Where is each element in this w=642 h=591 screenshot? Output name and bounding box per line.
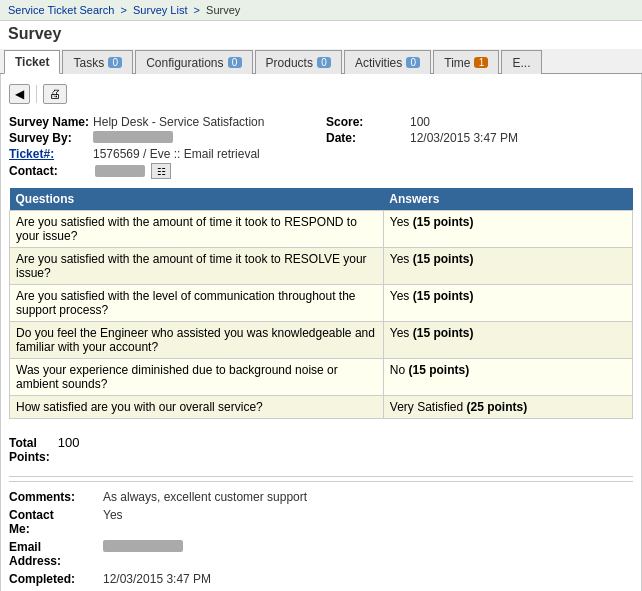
comments-section: Comments: As always, excellent customer …: [9, 481, 633, 591]
ticket-value: 1576569 / Eve :: Email retrieval: [93, 147, 260, 161]
survey-name-value: Help Desk - Service Satisfaction: [93, 115, 264, 129]
question-cell: Do you feel the Engineer who assisted yo…: [10, 322, 384, 359]
question-cell: Was your experience diminished due to ba…: [10, 359, 384, 396]
completed-value: 12/03/2015 3:47 PM: [103, 572, 211, 586]
answer-cell: Yes (15 points): [383, 285, 632, 322]
question-cell: Are you satisfied with the amount of tim…: [10, 248, 384, 285]
tab-tasks[interactable]: Tasks 0: [62, 50, 133, 74]
email-value: [103, 540, 183, 552]
breadcrumb-service-ticket-search[interactable]: Service Ticket Search: [8, 4, 114, 16]
answer-cell: No (15 points): [383, 359, 632, 396]
contact-me-label: Contact Me:: [9, 508, 99, 536]
tasks-badge: 0: [108, 57, 122, 68]
answer-points: (15 points): [413, 326, 474, 340]
col-answers: Answers: [383, 188, 632, 211]
total-row: Total Points: 100: [9, 435, 633, 464]
col-questions: Questions: [10, 188, 384, 211]
answer-cell: Yes (15 points): [383, 322, 632, 359]
comments-row: Comments: As always, excellent customer …: [9, 488, 633, 506]
tab-ticket[interactable]: Ticket: [4, 50, 60, 74]
survey-by-label: Survey By:: [9, 131, 89, 145]
date-value: 12/03/2015 3:47 PM: [410, 131, 518, 145]
table-row: Are you satisfied with the amount of tim…: [10, 211, 633, 248]
score-value: 100: [410, 115, 430, 129]
score-label: Score:: [326, 115, 406, 129]
toolbar-separator: [36, 85, 37, 103]
answer-points: (25 points): [467, 400, 528, 414]
survey-table: Questions Answers Are you satisfied with…: [9, 188, 633, 419]
survey-name-label: Survey Name:: [9, 115, 89, 129]
completed-label: Completed:: [9, 572, 99, 586]
activities-badge: 0: [406, 57, 420, 68]
contact-row: Contact: ☷: [9, 162, 316, 180]
toolbar: ◀ 🖨: [9, 80, 633, 108]
divider: [9, 476, 633, 477]
contact-value: [95, 165, 145, 177]
answer-cell: Yes (15 points): [383, 211, 632, 248]
contact-icon-button[interactable]: ☷: [151, 163, 171, 179]
table-row: Are you satisfied with the amount of tim…: [10, 248, 633, 285]
answer-cell: Yes (15 points): [383, 248, 632, 285]
table-row: Are you satisfied with the level of comm…: [10, 285, 633, 322]
table-row: Do you feel the Engineer who assisted yo…: [10, 322, 633, 359]
tabs-bar: Ticket Tasks 0 Configurations 0 Products…: [0, 49, 642, 74]
comments-value: As always, excellent customer support: [103, 490, 307, 504]
total-value: 100: [58, 435, 80, 450]
contact-me-row: Contact Me: Yes: [9, 506, 633, 538]
email-label: Email Address:: [9, 540, 99, 568]
products-badge: 0: [317, 57, 331, 68]
configurations-badge: 0: [228, 57, 242, 68]
breadcrumb-current: Survey: [206, 4, 240, 16]
score-row: Score: 100: [326, 114, 633, 130]
back-button[interactable]: ◀: [9, 84, 30, 104]
table-row: Was your experience diminished due to ba…: [10, 359, 633, 396]
contact-label: Contact:: [9, 164, 89, 178]
answer-cell: Very Satisfied (25 points): [383, 396, 632, 419]
comments-label: Comments:: [9, 490, 99, 504]
contact-me-value: Yes: [103, 508, 123, 522]
question-cell: How satisfied are you with our overall s…: [10, 396, 384, 419]
survey-by-value: [93, 131, 173, 143]
breadcrumb-survey-list[interactable]: Survey List: [133, 4, 187, 16]
tab-products[interactable]: Products 0: [255, 50, 342, 74]
ticket-row: Ticket#: 1576569 / Eve :: Email retrieva…: [9, 146, 316, 162]
date-label: Date:: [326, 131, 406, 145]
completed-row: Completed: 12/03/2015 3:47 PM: [9, 570, 633, 588]
answer-points: (15 points): [408, 363, 469, 377]
content-area: ◀ 🖨 Survey Name: Help Desk - Service Sat…: [0, 74, 642, 591]
tab-configurations[interactable]: Configurations 0: [135, 50, 252, 74]
ticket-label[interactable]: Ticket#:: [9, 147, 89, 161]
page-title: Survey: [0, 21, 642, 49]
total-section: Total Points: 100: [9, 429, 633, 470]
survey-info: Survey Name: Help Desk - Service Satisfa…: [9, 114, 633, 180]
tab-activities[interactable]: Activities 0: [344, 50, 431, 74]
breadcrumb: Service Ticket Search > Survey List > Su…: [0, 0, 642, 21]
answer-points: (15 points): [413, 289, 474, 303]
email-row: Email Address:: [9, 538, 633, 570]
survey-name-row: Survey Name: Help Desk - Service Satisfa…: [9, 114, 316, 130]
time-badge: 1: [474, 57, 488, 68]
question-cell: Are you satisfied with the level of comm…: [10, 285, 384, 322]
date-row: Date: 12/03/2015 3:47 PM: [326, 130, 633, 146]
tab-extra[interactable]: E...: [501, 50, 541, 74]
total-label: Total Points:: [9, 436, 50, 464]
table-row: How satisfied are you with our overall s…: [10, 396, 633, 419]
tab-time[interactable]: Time 1: [433, 50, 499, 74]
answer-points: (15 points): [413, 215, 474, 229]
answer-points: (15 points): [413, 252, 474, 266]
print-button[interactable]: 🖨: [43, 84, 67, 104]
question-cell: Are you satisfied with the amount of tim…: [10, 211, 384, 248]
survey-by-row: Survey By:: [9, 130, 316, 146]
